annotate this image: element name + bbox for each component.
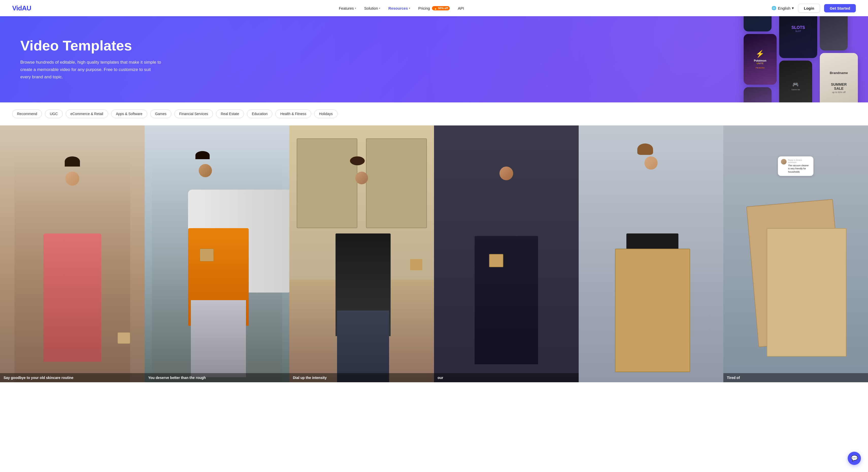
phone-col-2: SLOTS SLOT 🎮 Game Ad [779,16,817,102]
hero-text: Video Templates Browse hundreds of edita… [20,38,162,81]
chevron-down-icon: ▾ [355,7,356,10]
bubble-label: Reply to Anna's comment [788,159,810,164]
phone-frame: 👩 Character [744,87,772,102]
login-button[interactable]: Login [798,4,820,13]
video-card[interactable]: Say goodbye to your old skincare routine [0,126,145,382]
filter-recommend[interactable]: Recommend [12,109,42,118]
filter-holidays[interactable]: Holidays [314,109,338,118]
video-card[interactable]: Reply to Anna's comment The vacuum clean… [723,126,868,382]
filter-games[interactable]: Games [150,109,171,118]
chevron-down-icon: ▾ [792,6,794,10]
video-card[interactable]: Dial up the intensity [289,126,434,382]
nav-right: 🌐 English ▾ Login Get Started [772,4,856,13]
video-caption: our [434,373,579,382]
bubble-text: The vacuum cleaner is very friendly for … [788,164,810,174]
video-caption: Tired of [723,373,868,382]
filter-health[interactable]: Health & Fitness [275,109,311,118]
lang-selector[interactable]: 🌐 English ▾ [772,6,794,10]
phone-frame: Brandname SUMMER SALE up to 50% off [820,53,858,102]
nav-api[interactable]: API [458,6,464,10]
video-grid: Say goodbye to your old skincare routine… [0,126,868,382]
phone-frame: ad review "I can independently do all th… [744,16,772,31]
video-card[interactable] [579,126,723,382]
filter-ugc[interactable]: UGC [45,109,62,118]
filter-ecommerce[interactable]: eCommerce & Retail [66,109,108,118]
globe-icon: 🌐 [772,6,776,10]
logo-text: VidAU [12,4,31,12]
chevron-down-icon: ▾ [409,7,410,10]
video-chat-bubble: Reply to Anna's comment The vacuum clean… [778,157,813,176]
filter-apps-software[interactable]: Apps & Software [111,109,147,118]
phone-frame: SLOTS SLOT [779,16,817,58]
get-started-button[interactable]: Get Started [824,4,856,12]
video-caption: You deserve better than the rough [145,373,289,382]
nav-resources[interactable]: Resources ▾ [388,6,410,10]
video-card[interactable]: our [434,126,579,382]
hero-title: Video Templates [20,38,162,54]
hero-section: Video Templates Browse hundreds of edita… [0,16,868,102]
video-caption: Dial up the intensity [289,373,434,382]
hero-visual: ad review "I can independently do all th… [744,16,858,102]
phone-frame: ⚡ Pokémon UNITE PIKACHU [744,34,777,85]
phone-col-3: $288 SHOP NOW Brandname SUMMER SALE up t… [820,16,858,102]
filter-bar: Recommend UGC eCommerce & Retail Apps & … [0,102,868,126]
filter-financial[interactable]: Financial Services [174,109,213,118]
filter-education[interactable]: Education [247,109,272,118]
nav-pricing[interactable]: Pricing 🔥 50% off [418,6,450,10]
logo[interactable]: VidAU [12,4,31,12]
pricing-badge: 🔥 50% off [432,6,450,10]
nav-solution[interactable]: Solution ▾ [364,6,380,10]
hero-description: Browse hundreds of editable, high qualit… [20,59,162,81]
navbar: VidAU Features ▾ Solution ▾ Resources ▾ … [0,0,868,16]
video-caption: Say goodbye to your old skincare routine [0,373,145,382]
nav-links: Features ▾ Solution ▾ Resources ▾ Pricin… [339,6,464,10]
phone-frame: 🎮 Game Ad [779,61,812,102]
phone-col-1: ad review "I can independently do all th… [744,16,777,102]
video-card[interactable]: You deserve better than the rough [145,126,289,382]
phone-frame: $288 SHOP NOW [820,16,848,50]
filter-real-estate[interactable]: Real Estate [216,109,244,118]
nav-features[interactable]: Features ▾ [339,6,356,10]
chevron-down-icon: ▾ [379,7,380,10]
